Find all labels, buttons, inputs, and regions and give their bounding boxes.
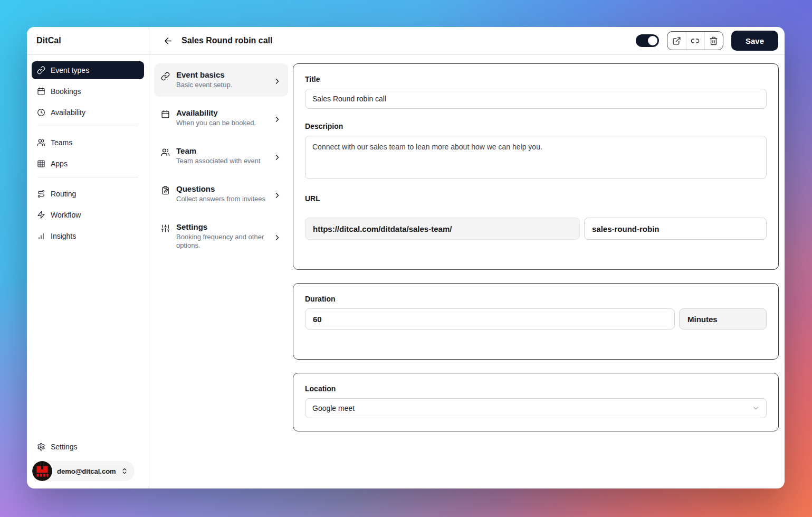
sidebar-item-label: Apps [51,159,68,168]
grid-icon [37,159,45,168]
event-nav-description: Team associated with event [176,157,261,166]
duration-unit: Minutes [679,308,767,330]
sidebar-item-routing[interactable]: Routing [32,185,144,203]
logo-row: DitCal [27,27,149,55]
sidebar-item-bookings[interactable]: Bookings [32,82,144,100]
event-nav-title: Questions [176,184,265,193]
chevron-right-icon [273,233,282,242]
event-basics-card: Title Descripion Connect with our sales … [293,63,779,270]
location-select[interactable]: Google meet [305,398,767,418]
event-enabled-toggle[interactable] [636,34,659,47]
event-nav-description: Collect answers from invitees [176,195,265,204]
calendar-icon [37,87,45,96]
sidebar-divider [37,177,138,177]
duration-row: Minutes [305,308,767,330]
description-label: Descripion [305,122,767,130]
sidebar-item-insights[interactable]: Insights [32,227,144,245]
duration-label: Duration [305,295,767,303]
sidebar-item-teams[interactable]: Teams [32,134,144,152]
clock-icon [37,108,45,117]
header-actions: Save [636,31,778,51]
sidebar-item-event-types[interactable]: Event types [32,61,144,79]
sidebar-item-label: Routing [51,190,76,198]
url-row: https://ditcal.com/ditdata/sales-team/ [305,218,767,240]
copy-link-button[interactable] [686,32,704,50]
sidebar: DitCal Event types Bookings Availability… [27,27,149,488]
event-nav-text: Availability When you can be booked. [176,108,256,128]
sidebar-item-label: Workflow [51,211,81,219]
event-action-group [667,31,723,50]
avatar [32,461,52,481]
event-form: Title Descripion Connect with our sales … [293,63,779,488]
sidebar-item-settings[interactable]: Settings [32,438,144,456]
sidebar-item-label: Insights [51,232,76,240]
users-icon [161,148,170,157]
content-area: Event basics Basic event setup. Availabi… [149,55,785,488]
event-nav-item-settings[interactable]: Settings Booking frequency and other opt… [154,215,288,258]
event-nav-item-team[interactable]: Team Team associated with event [154,139,288,173]
description-textarea[interactable]: Connect with our sales team to lean more… [305,136,767,179]
event-nav-text: Settings Booking frequency and other opt… [176,222,274,251]
link-icon [691,36,700,45]
duration-input[interactable] [305,308,675,330]
arrow-left-icon [163,36,173,46]
app-window: DitCal Event types Bookings Availability… [27,27,785,488]
sidebar-footer: Settings demo@ditcal.com [27,434,149,488]
sidebar-item-label: Event types [51,66,89,74]
event-nav-item-availability[interactable]: Availability When you can be booked. [154,101,288,135]
event-nav-description: Booking frequency and other options. [176,233,274,251]
link-icon [161,72,170,81]
chevron-right-icon [273,115,282,124]
back-button[interactable] [160,33,175,48]
chevron-right-icon [273,153,282,162]
sidebar-divider [37,126,138,126]
link-icon [37,66,45,74]
event-nav-title: Availability [176,108,256,117]
chevrons-up-down-icon [121,467,128,475]
event-nav-description: When you can be booked. [176,119,256,128]
event-nav-item-event-basics[interactable]: Event basics Basic event setup. [154,63,288,97]
url-slug-input[interactable] [584,218,767,240]
location-card: Location Google meet [293,373,779,431]
page-title: Sales Round robin call [181,36,272,45]
zap-icon [37,211,45,219]
route-icon [37,190,45,198]
event-nav-title: Event basics [176,70,232,79]
account-email: demo@ditcal.com [57,467,116,475]
toggle-knob [648,36,657,45]
sidebar-nav: Event types Bookings Availability Teams … [27,55,149,248]
chevron-right-icon [273,191,282,200]
event-nav-title: Team [176,146,261,155]
sliders-icon [161,224,170,233]
event-nav-description: Basic event setup. [176,81,232,90]
location-selected-value: Google meet [312,404,355,412]
trash-icon [709,36,718,45]
sidebar-item-apps[interactable]: Apps [32,155,144,173]
event-nav-item-questions[interactable]: Questions Collect answers from invitees [154,177,288,211]
event-nav-text: Questions Collect answers from invitees [176,184,265,204]
duration-card: Duration Minutes [293,283,779,360]
event-nav-text: Team Team associated with event [176,146,261,166]
delete-button[interactable] [704,32,723,50]
save-button[interactable]: Save [731,31,778,51]
users-icon [37,138,45,147]
location-label: Location [305,384,767,393]
event-nav-text: Event basics Basic event setup. [176,70,232,90]
chevron-down-icon [752,405,760,412]
title-label: Title [305,75,767,83]
clipboard-pen-icon [161,186,170,195]
event-settings-nav: Event basics Basic event setup. Availabi… [149,63,293,488]
preview-button[interactable] [667,32,686,50]
account-switcher[interactable]: demo@ditcal.com [32,461,135,481]
title-input[interactable] [305,89,767,109]
main-panel: Sales Round robin call Save [149,27,785,488]
header: Sales Round robin call Save [149,27,785,55]
app-logo: DitCal [36,36,61,45]
sidebar-item-label: Bookings [51,87,81,96]
gear-icon [37,443,45,451]
bar-chart-icon [37,232,45,240]
url-label: URL [305,194,767,203]
sidebar-item-availability[interactable]: Availability [32,104,144,121]
chevron-right-icon [273,77,282,86]
sidebar-item-workflow[interactable]: Workflow [32,206,144,224]
